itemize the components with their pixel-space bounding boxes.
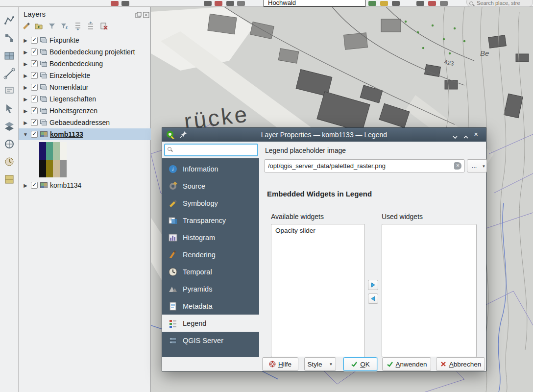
- nav-item-information[interactable]: i Information: [162, 160, 259, 177]
- toolbar-icon[interactable]: [380, 1, 388, 6]
- toolbar-icon[interactable]: [111, 1, 119, 6]
- close-panel-icon[interactable]: [143, 11, 149, 18]
- browse-button[interactable]: ...: [467, 159, 482, 172]
- layer-row[interactable]: ▶ Bodenbedeckung projektiert: [19, 46, 151, 58]
- available-widgets-list[interactable]: Opacity slider: [271, 224, 365, 357]
- vertex-tool-icon[interactable]: [3, 32, 15, 44]
- toolbar-icon[interactable]: [204, 1, 212, 6]
- toolbar-icon[interactable]: [237, 1, 245, 6]
- layer-row[interactable]: ▶ komb1134: [19, 179, 151, 191]
- nav-item-qgis-server[interactable]: QGIS Server: [162, 332, 259, 349]
- shade-window-icon[interactable]: [451, 130, 460, 140]
- move-right-button[interactable]: [368, 280, 378, 290]
- layer-checkbox[interactable]: [31, 107, 38, 114]
- nav-item-rendering[interactable]: Rendering: [162, 246, 259, 263]
- swatch-color: [46, 160, 53, 177]
- raster-tool-icon[interactable]: [3, 50, 15, 62]
- toolbar-icon[interactable]: [121, 1, 129, 6]
- widget-list-item[interactable]: Opacity slider: [271, 224, 364, 237]
- nav-item-metadata[interactable]: Metadata: [162, 297, 259, 315]
- layer-row[interactable]: ▶ Einzelobjekte: [19, 70, 151, 81]
- dialog-titlebar[interactable]: Layer Properties — komb1133 — Legend: [162, 128, 486, 142]
- collapse-all-icon[interactable]: [86, 22, 95, 30]
- properties-search-input[interactable]: [164, 144, 258, 156]
- layer-checkbox[interactable]: [31, 72, 38, 79]
- toolbar-icon[interactable]: [215, 1, 222, 6]
- layer-checkbox[interactable]: [31, 182, 38, 189]
- placeholder-path-input[interactable]: [264, 159, 465, 172]
- layer-checkbox[interactable]: [31, 49, 38, 55]
- nav-item-legend[interactable]: Legend: [162, 315, 259, 332]
- style-manager-tool-icon[interactable]: [3, 173, 15, 185]
- measure-tool-icon[interactable]: [3, 68, 15, 79]
- georeference-tool-icon[interactable]: [3, 138, 15, 150]
- layer-row-selected[interactable]: ▼ komb1133: [19, 128, 151, 140]
- layer-row[interactable]: ▶ Nomenklatur: [19, 81, 151, 93]
- legend-icon: [168, 318, 178, 328]
- layer-row[interactable]: ▶ Gebaeudeadressen: [19, 117, 151, 128]
- ok-check-icon: [351, 361, 358, 368]
- expand-arrow-icon[interactable]: ▶: [22, 97, 29, 102]
- filter-legend-icon[interactable]: [48, 22, 56, 30]
- nav-item-source[interactable]: Source: [162, 177, 259, 195]
- float-panel-icon[interactable]: [135, 11, 142, 18]
- layer-row[interactable]: ▶ Fixpunkte: [19, 34, 151, 46]
- help-button[interactable]: Hilfe: [262, 357, 298, 371]
- layer-checkbox[interactable]: [31, 37, 38, 44]
- annotation-tool-icon[interactable]: [3, 85, 15, 97]
- nav-item-transparency[interactable]: Transparency: [162, 212, 259, 229]
- expand-arrow-icon[interactable]: ▶: [22, 120, 29, 125]
- nav-item-pyramids[interactable]: Pyramids: [162, 280, 259, 297]
- expand-arrow-icon[interactable]: ▶: [22, 38, 29, 43]
- theme-combobox[interactable]: Hochwald: [264, 0, 365, 7]
- clear-text-icon[interactable]: [454, 162, 461, 170]
- toolbar-icon[interactable]: [440, 1, 448, 6]
- remove-layer-icon[interactable]: [99, 22, 108, 30]
- layer-checkbox[interactable]: [31, 119, 38, 126]
- swatch-color: [46, 142, 53, 160]
- place-search-field[interactable]: [466, 0, 533, 7]
- apply-button[interactable]: Anwenden: [382, 357, 431, 371]
- place-search-input[interactable]: [477, 0, 530, 6]
- nav-item-symbology[interactable]: Symbology: [162, 195, 259, 212]
- toolbar-icon[interactable]: [368, 1, 376, 6]
- expand-arrow-icon[interactable]: ▶: [22, 85, 29, 90]
- add-group-icon[interactable]: [34, 22, 43, 30]
- expand-arrow-icon[interactable]: ▶: [22, 108, 29, 114]
- layer-row[interactable]: ▶ Bodenbedeckung: [19, 58, 151, 70]
- open-layer-styling-icon[interactable]: [22, 22, 30, 30]
- used-widgets-list[interactable]: [382, 224, 477, 357]
- expand-arrow-icon[interactable]: ▶: [22, 183, 29, 188]
- style-button[interactable]: Style ▼: [304, 357, 336, 371]
- toolbar-icon[interactable]: [416, 1, 424, 6]
- layer-checkbox[interactable]: [31, 96, 38, 102]
- ok-button[interactable]: OK: [343, 357, 377, 371]
- layer-checkbox[interactable]: [31, 84, 38, 91]
- nav-item-histogram[interactable]: Histogram: [162, 229, 259, 246]
- select-tool-icon[interactable]: [3, 103, 15, 115]
- cancel-button[interactable]: Abbrechen: [436, 357, 485, 371]
- layer-row[interactable]: ▶ Liegenschaften: [19, 93, 151, 105]
- browse-dropdown-arrow[interactable]: ▼: [481, 159, 487, 172]
- expand-arrow-icon[interactable]: ▶: [22, 49, 29, 55]
- symbology-icon: [168, 198, 178, 208]
- layer-checkbox[interactable]: [31, 131, 38, 138]
- expand-all-icon[interactable]: [73, 22, 82, 30]
- layer-group-icon: [40, 108, 48, 114]
- expand-arrow-icon[interactable]: ▶: [22, 61, 29, 67]
- digitize-tool-icon[interactable]: [3, 15, 15, 26]
- layer-checkbox[interactable]: [31, 60, 38, 67]
- maximize-window-icon[interactable]: [461, 130, 471, 140]
- nav-item-temporal[interactable]: Temporal: [162, 263, 259, 280]
- toolbar-icon[interactable]: [392, 1, 400, 6]
- toolbar-icon[interactable]: [428, 1, 436, 6]
- filter-expression-icon[interactable]: ε: [60, 22, 69, 30]
- toolbar-icon[interactable]: [226, 1, 234, 6]
- expand-arrow-icon[interactable]: ▶: [22, 73, 29, 78]
- layer-style-tool-icon[interactable]: [3, 121, 15, 132]
- close-window-icon[interactable]: [473, 130, 483, 140]
- history-tool-icon[interactable]: [3, 156, 15, 168]
- layer-row[interactable]: ▶ Hoheitsgrenzen: [19, 105, 151, 117]
- collapse-arrow-icon[interactable]: ▼: [22, 132, 29, 137]
- move-left-button[interactable]: [368, 294, 378, 304]
